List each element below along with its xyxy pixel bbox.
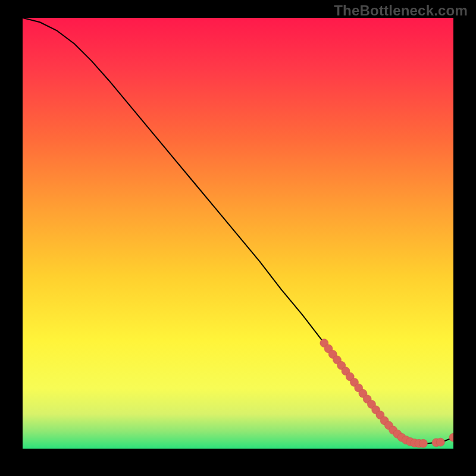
chart-svg bbox=[23, 18, 453, 449]
watermark-label: TheBottleneck.com bbox=[334, 2, 468, 19]
gradient-background bbox=[23, 18, 453, 449]
data-point bbox=[419, 439, 427, 447]
chart-plot-area bbox=[23, 18, 453, 449]
data-point bbox=[436, 438, 444, 446]
chart-stage: TheBottleneck.com bbox=[0, 0, 476, 476]
